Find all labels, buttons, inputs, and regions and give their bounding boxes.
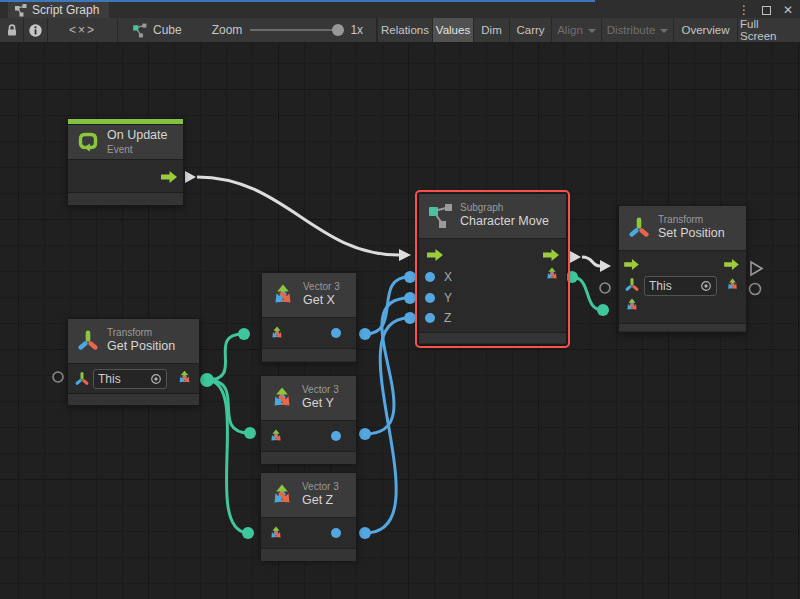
transform-icon (627, 216, 651, 240)
this-object-field[interactable]: This (644, 276, 717, 296)
getposition-self-ghost-port[interactable] (53, 372, 63, 382)
this-object-field[interactable]: This (93, 369, 167, 389)
flow-output-port[interactable] (161, 171, 177, 183)
node-get-position[interactable]: Transform Get Position This (67, 318, 200, 406)
setposition-value-out-ghost[interactable] (750, 284, 761, 295)
port-label-x: X (444, 270, 452, 284)
node-type-label: Subgraph (460, 202, 549, 215)
this-value: This (649, 279, 672, 293)
node-header[interactable]: Subgraph Character Move (419, 194, 566, 238)
value-output-port[interactable] (331, 528, 341, 538)
subgraph-icon (427, 203, 453, 229)
vector3-icon (269, 482, 295, 508)
flow-output-port[interactable] (724, 259, 739, 270)
node-get-z[interactable]: Vector 3 Get Z (260, 472, 357, 560)
node-footer (68, 192, 183, 205)
node-header[interactable]: Vector 3 Get Y (261, 376, 356, 420)
node-footer (261, 451, 356, 464)
flow-output-port[interactable] (543, 249, 559, 261)
graph-canvas[interactable]: On Update Event Transform Get Position T… (0, 43, 800, 599)
wire-onupdate-to-charactermove[interactable] (185, 171, 411, 261)
node-type-label: Vector 3 (302, 384, 339, 397)
vector3-output-port[interactable] (725, 277, 740, 292)
node-set-position[interactable]: Transform Set Position This (618, 205, 747, 333)
object-picker-target-icon[interactable] (150, 373, 162, 385)
node-title: Get X (303, 293, 340, 309)
this-value: This (98, 372, 121, 386)
node-get-x[interactable]: Vector 3 Get X (261, 272, 357, 363)
node-header[interactable]: On Update Event (68, 125, 183, 159)
node-footer (619, 323, 746, 331)
port-label-y: Y (444, 291, 452, 305)
node-type-label: Vector 3 (303, 281, 340, 294)
flow-input-port[interactable] (427, 249, 443, 261)
node-title: Character Move (460, 214, 549, 230)
setposition-self-ghost-port[interactable] (600, 283, 610, 293)
value-output-port[interactable] (331, 328, 341, 338)
value-input-port-y[interactable] (425, 293, 435, 303)
node-title: On Update (107, 128, 167, 144)
transform-input-icon[interactable] (624, 277, 640, 293)
node-footer (419, 332, 566, 343)
update-loop-icon (76, 130, 100, 154)
node-title: Get Position (107, 339, 175, 355)
node-character-move[interactable]: Subgraph Character Move X Y Z (418, 193, 567, 345)
value-input-port-z[interactable] (425, 313, 435, 323)
wire-getz-to-charactermove[interactable] (359, 312, 416, 539)
value-output-port[interactable] (331, 431, 341, 441)
vector3-input-port[interactable] (269, 325, 285, 341)
wire-charactermove-to-setposition[interactable] (570, 251, 611, 272)
vector3-output-port[interactable] (176, 369, 193, 386)
port-label-z: Z (444, 311, 451, 325)
vector3-input-port[interactable] (624, 297, 640, 313)
node-footer (262, 348, 356, 361)
node-footer (68, 393, 199, 405)
object-picker-target-icon[interactable] (700, 280, 712, 292)
transform-icon (76, 329, 100, 353)
node-header[interactable]: Transform Set Position (619, 206, 746, 250)
transform-input-icon[interactable] (74, 371, 90, 387)
node-title: Get Z (302, 493, 339, 509)
value-input-port-x[interactable] (425, 272, 435, 282)
node-header[interactable]: Vector 3 Get X (262, 273, 356, 317)
node-get-y[interactable]: Vector 3 Get Y (260, 375, 357, 463)
wire-getposition-outputs[interactable] (200, 328, 256, 539)
vector3-input-port[interactable] (268, 428, 284, 444)
vector3-icon (270, 282, 296, 308)
node-type-label: Event (107, 144, 167, 157)
vector3-icon (269, 385, 295, 411)
node-footer (261, 548, 356, 561)
node-title: Get Y (302, 396, 339, 412)
node-type-label: Vector 3 (302, 481, 339, 494)
vector3-input-port[interactable] (268, 525, 284, 541)
node-type-label: Transform (107, 327, 175, 340)
node-type-label: Transform (658, 214, 725, 227)
node-header[interactable]: Transform Get Position (68, 319, 199, 363)
node-title: Set Position (658, 226, 725, 242)
node-on-update[interactable]: On Update Event (67, 118, 184, 206)
flow-input-port[interactable] (624, 259, 639, 270)
wire-charactermove-vector-to-setposition[interactable] (566, 271, 609, 316)
node-header[interactable]: Vector 3 Get Z (261, 473, 356, 517)
vector3-output-port[interactable] (544, 266, 560, 282)
setposition-flow-out-ghost[interactable] (751, 262, 762, 275)
